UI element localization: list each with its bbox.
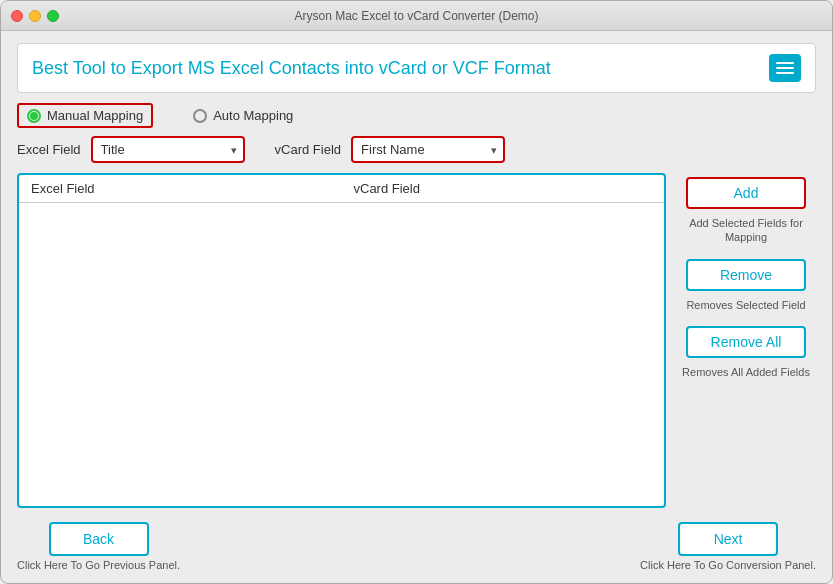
- menu-icon-line1: [776, 62, 794, 64]
- next-hint: Click Here To Go Conversion Panel.: [640, 559, 816, 571]
- remove-all-description: Removes All Added Fields: [682, 365, 810, 379]
- window-title: Aryson Mac Excel to vCard Converter (Dem…: [294, 9, 538, 23]
- auto-radio-circle: [193, 109, 207, 123]
- close-button[interactable]: [11, 10, 23, 22]
- minimize-button[interactable]: [29, 10, 41, 22]
- excel-field-label: Excel Field: [17, 142, 81, 157]
- header-text: Best Tool to Export MS Excel Contacts in…: [32, 58, 551, 79]
- excel-field-select[interactable]: Title First Name Last Name Email Phone: [93, 138, 243, 161]
- back-button[interactable]: Back: [49, 522, 149, 556]
- footer: Back Click Here To Go Previous Panel. Ne…: [17, 518, 816, 571]
- back-hint: Click Here To Go Previous Panel.: [17, 559, 180, 571]
- table-header: Excel Field vCard Field: [19, 175, 664, 203]
- radio-dot: [30, 112, 38, 120]
- mapping-table: Excel Field vCard Field: [17, 173, 666, 508]
- vcard-select-wrapper: First Name Last Name Email Phone Title: [353, 138, 503, 161]
- footer-right: Next Click Here To Go Conversion Panel.: [640, 522, 816, 571]
- manual-radio-circle: [27, 109, 41, 123]
- maximize-button[interactable]: [47, 10, 59, 22]
- field-row: Excel Field Title First Name Last Name E…: [17, 136, 816, 163]
- app-window: Aryson Mac Excel to vCard Converter (Dem…: [0, 0, 833, 584]
- col-vcard-field: vCard Field: [342, 181, 665, 196]
- main-area: Excel Field vCard Field Add Add Selected…: [17, 173, 816, 508]
- titlebar: Aryson Mac Excel to vCard Converter (Dem…: [1, 1, 832, 31]
- auto-mapping-label: Auto Mapping: [213, 108, 293, 123]
- radio-row: Manual Mapping Auto Mapping: [17, 103, 816, 128]
- vcard-field-select-wrapper: First Name Last Name Email Phone Title: [351, 136, 505, 163]
- manual-mapping-option[interactable]: Manual Mapping: [17, 103, 153, 128]
- manual-mapping-label: Manual Mapping: [47, 108, 143, 123]
- header-banner: Best Tool to Export MS Excel Contacts in…: [17, 43, 816, 93]
- remove-description: Removes Selected Field: [686, 298, 805, 312]
- next-button[interactable]: Next: [678, 522, 778, 556]
- col-excel-field: Excel Field: [19, 181, 342, 196]
- excel-select-wrapper: Title First Name Last Name Email Phone: [93, 138, 243, 161]
- add-description: Add Selected Fields for Mapping: [676, 216, 816, 245]
- mapping-section: Manual Mapping Auto Mapping Excel Field …: [17, 103, 816, 163]
- remove-all-button[interactable]: Remove All: [686, 326, 806, 358]
- menu-button[interactable]: [769, 54, 801, 82]
- add-button[interactable]: Add: [686, 177, 806, 209]
- action-buttons: Add Add Selected Fields for Mapping Remo…: [676, 173, 816, 508]
- footer-left: Back Click Here To Go Previous Panel.: [17, 522, 180, 571]
- traffic-lights: [11, 10, 59, 22]
- menu-icon-line2: [776, 67, 794, 69]
- remove-button[interactable]: Remove: [686, 259, 806, 291]
- auto-mapping-option[interactable]: Auto Mapping: [193, 108, 293, 123]
- menu-icon-line3: [776, 72, 794, 74]
- excel-field-select-wrapper: Title First Name Last Name Email Phone: [91, 136, 245, 163]
- vcard-field-label: vCard Field: [275, 142, 341, 157]
- main-content: Best Tool to Export MS Excel Contacts in…: [1, 31, 832, 583]
- vcard-field-select[interactable]: First Name Last Name Email Phone Title: [353, 138, 503, 161]
